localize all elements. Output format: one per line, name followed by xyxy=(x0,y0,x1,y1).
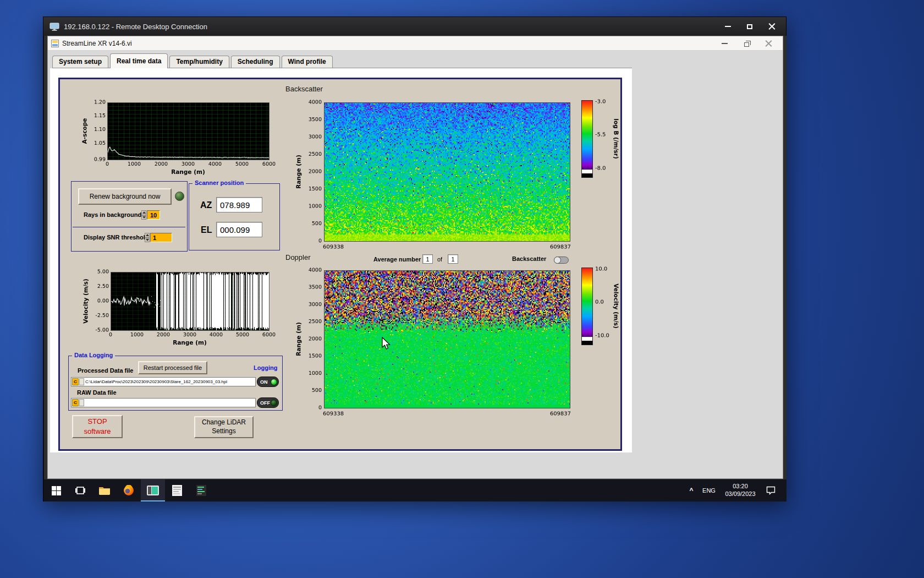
processed-data-file-label: Processed Data file xyxy=(78,367,134,374)
processed-path-text: C:\Lidar\Data\Proc\2023\202309\20230903\… xyxy=(85,379,227,384)
logging-label: Logging xyxy=(254,364,277,371)
notes-app-button[interactable] xyxy=(165,479,189,501)
raw-data-file-label: RAW Data file xyxy=(77,389,117,396)
streamline-app-window: StreamLine XR v14-6.vi System setup Real… xyxy=(47,36,783,479)
scanner-position-group: Scanner position AZ 078.989 EL 000.099 xyxy=(189,183,280,250)
file-explorer-button[interactable] xyxy=(92,479,117,501)
app-restore-button[interactable] xyxy=(735,37,757,50)
app-window-controls xyxy=(713,36,779,51)
notification-center-button[interactable] xyxy=(761,486,780,495)
tab-temp-humidity[interactable]: Temp/humidity xyxy=(169,56,229,68)
tab-wind-profile[interactable]: Wind profile xyxy=(282,56,333,68)
snr-threshold-label: Display SNR threshold xyxy=(84,234,149,241)
front-panel-background: Backscatter Renew background now Rays in… xyxy=(50,68,632,452)
editor-app-icon xyxy=(196,485,206,496)
rdp-titlebar[interactable]: 192.168.0.122 - Remote Desktop Connectio… xyxy=(43,17,786,36)
toggle-knob-icon xyxy=(554,257,561,264)
velocity-graph xyxy=(72,268,281,349)
taskbar-clock[interactable]: 03:20 03/09/2023 xyxy=(719,483,761,498)
close-icon xyxy=(765,40,772,47)
maximize-icon xyxy=(747,24,752,29)
processed-file-path-field[interactable]: C C:\Lidar\Data\Proc\2023\202309\2023090… xyxy=(71,377,256,386)
system-tray: ^ ENG 03:20 03/09/2023 xyxy=(684,479,787,501)
average-number-field[interactable]: 1 xyxy=(422,254,433,264)
folder-icon xyxy=(99,486,110,495)
of-label: of xyxy=(437,256,442,263)
app-close-button[interactable] xyxy=(757,37,779,50)
change-button-line2: Settings xyxy=(212,427,235,436)
processed-logging-toggle[interactable]: ON xyxy=(257,377,279,387)
rdp-maximize-button[interactable] xyxy=(739,19,761,34)
change-button-line1: Change LiDAR xyxy=(202,418,246,427)
clock-date: 03/09/2023 xyxy=(719,490,761,498)
off-label: OFF xyxy=(260,400,270,406)
front-panel: Backscatter Renew background now Rays in… xyxy=(58,78,622,451)
average-total-field[interactable]: 1 xyxy=(448,254,458,264)
renew-background-led xyxy=(175,192,184,201)
tab-bar: System setup Real time data Temp/humidit… xyxy=(52,53,632,68)
taskbar: ^ ENG 03:20 03/09/2023 xyxy=(44,479,787,501)
increment-icon[interactable] xyxy=(141,210,146,215)
rdp-close-button[interactable] xyxy=(761,19,783,34)
vi-app-icon xyxy=(51,40,59,47)
decrement-icon[interactable] xyxy=(141,215,146,220)
stop-software-button[interactable]: STOP software xyxy=(72,415,123,438)
on-label: ON xyxy=(260,379,268,385)
app-window-title: StreamLine XR v14-6.vi xyxy=(62,40,132,47)
backscatter-toggle-label: Backscatter xyxy=(512,255,546,262)
el-value-field[interactable]: 000.099 xyxy=(216,222,262,237)
browse-icon[interactable] xyxy=(79,399,84,406)
data-logging-group: Data Logging Processed Data file Restart… xyxy=(68,356,283,411)
drive-icon: C xyxy=(72,399,79,406)
rdp-window: 192.168.0.122 - Remote Desktop Connectio… xyxy=(43,17,787,501)
restart-processed-file-button[interactable]: Restart processed file xyxy=(138,361,207,374)
change-lidar-settings-button[interactable]: Change LiDAR Settings xyxy=(194,416,254,438)
language-indicator[interactable]: ENG xyxy=(698,487,719,494)
scanner-position-title: Scanner position xyxy=(193,179,246,186)
tab-real-time-data[interactable]: Real time data xyxy=(110,53,168,68)
raw-file-path-field[interactable]: C xyxy=(71,398,256,407)
ascope-graph xyxy=(72,97,281,178)
firefox-button[interactable] xyxy=(117,479,141,501)
rdp-window-controls xyxy=(717,17,783,36)
restore-icon xyxy=(744,42,749,47)
notes-app-icon xyxy=(172,485,182,496)
stop-button-line1: STOP xyxy=(87,417,107,427)
task-view-icon xyxy=(75,486,85,495)
off-led-icon xyxy=(271,400,277,406)
tray-expand-chevron[interactable]: ^ xyxy=(684,487,698,494)
clock-time: 03:20 xyxy=(719,483,761,490)
raw-logging-toggle[interactable]: OFF xyxy=(257,397,279,408)
app-minimize-button[interactable] xyxy=(713,37,735,50)
notification-icon xyxy=(766,486,776,495)
app-titlebar[interactable]: StreamLine XR v14-6.vi xyxy=(48,36,783,51)
editor-app-button[interactable] xyxy=(189,479,213,501)
snr-spinner[interactable] xyxy=(145,233,150,242)
az-value-field[interactable]: 078.989 xyxy=(216,197,262,212)
tab-scheduling[interactable]: Scheduling xyxy=(231,56,280,68)
remote-desktop-icon xyxy=(50,23,59,31)
el-label: EL xyxy=(201,225,212,235)
streamline-app-icon xyxy=(147,486,159,495)
snr-value-field[interactable]: 1 xyxy=(150,233,172,242)
renew-background-button[interactable]: Renew background now xyxy=(78,188,172,205)
rdp-window-title: 192.168.0.122 - Remote Desktop Connectio… xyxy=(64,23,207,31)
tab-system-setup[interactable]: System setup xyxy=(52,56,108,68)
rdp-minimize-button[interactable] xyxy=(717,19,739,34)
doppler-plot-title: Doppler xyxy=(285,253,311,261)
data-logging-title: Data Logging xyxy=(72,352,115,358)
browse-icon[interactable] xyxy=(79,378,84,385)
task-view-button[interactable] xyxy=(68,479,92,501)
drive-icon: C xyxy=(72,378,79,385)
backscatter-plot-title: Backscatter xyxy=(285,85,323,93)
increment-icon[interactable] xyxy=(145,233,150,238)
rays-value-field[interactable]: 10 xyxy=(147,210,160,220)
windows-logo-icon xyxy=(52,486,61,495)
rays-spinner[interactable] xyxy=(141,210,146,220)
backscatter-doppler-toggle[interactable] xyxy=(554,257,569,264)
on-led-icon xyxy=(271,379,277,385)
close-icon xyxy=(768,23,776,30)
decrement-icon[interactable] xyxy=(145,238,150,243)
streamline-app-taskbar-button[interactable] xyxy=(141,479,165,501)
start-button[interactable] xyxy=(44,479,68,501)
